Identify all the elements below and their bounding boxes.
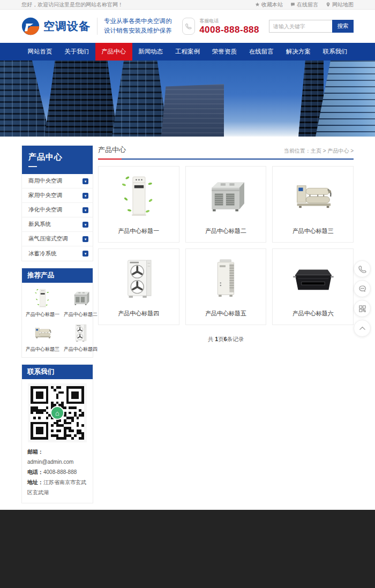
chevron-down-icon[interactable]: ▾ [82, 236, 88, 242]
search-button[interactable]: 搜索 [332, 20, 354, 33]
nav-item-news[interactable]: 新闻动态 [132, 43, 169, 61]
main-panel: 产品中心 当前位置：主页 > 产品中心 > 产品中心标题一 产品中心标题二 产品… [98, 145, 354, 359]
search-input[interactable] [269, 20, 332, 33]
product-card[interactable]: 产品中心标题五 [185, 248, 267, 325]
site-logo[interactable]: 空调设备 [21, 17, 91, 35]
qr-code: ⌂ [28, 383, 87, 442]
sidebar-item-purification[interactable]: 净化中央空调▾ [22, 203, 93, 217]
product-image-duct-unit [273, 249, 353, 304]
sidebar-item-vapor-compression[interactable]: 蒸气压缩式空调▾ [22, 232, 93, 246]
arrow-up-icon [358, 325, 366, 333]
chat-icon [358, 285, 366, 293]
sidebar: 产品中心 商用中央空调▾ 家用中央空调▾ 净化中央空调▾ 新风系统▾ [21, 145, 93, 510]
nav-item-message[interactable]: 在线留言 [243, 43, 280, 61]
phone-icon [182, 18, 195, 35]
search-box: 搜索 [269, 20, 354, 33]
nav-item-about[interactable]: 关于我们 [58, 43, 95, 61]
banner-building [161, 84, 224, 137]
product-image-tower-unit [26, 287, 59, 310]
page-title: 产品中心 [98, 145, 126, 155]
product-card[interactable]: 产品中心标题四 [98, 248, 179, 325]
hotline: 客服电话 4008-888-888 [182, 18, 259, 35]
main-nav: 网站首页 关于我们 产品中心 新闻动态 工程案例 荣誉资质 在线留言 解决方案 … [0, 43, 375, 61]
chevron-down-icon[interactable]: ▾ [82, 251, 88, 257]
breadcrumb[interactable]: 当前位置：主页 > 产品中心 > [284, 147, 354, 155]
product-image-tower-unit [99, 167, 179, 222]
page: 您好，欢迎访问这里是您的网站名称官网！ 收藏本站 在线留言 网站地图 [0, 0, 375, 588]
chevron-down-icon[interactable]: ▾ [82, 193, 88, 199]
sidebar-item-ice-storage[interactable]: 冰蓄冷系统▾ [22, 246, 93, 261]
header-divider [97, 18, 98, 35]
back-to-top-button[interactable] [354, 320, 371, 337]
hero-banner [0, 61, 375, 137]
home-icon: ⌂ [50, 406, 64, 420]
float-chat-button[interactable] [354, 280, 371, 297]
banner-building [42, 61, 122, 137]
hotline-number: 4008-888-888 [199, 25, 259, 35]
float-phone-button[interactable] [354, 260, 371, 277]
nav-item-home[interactable]: 网站首页 [21, 43, 58, 61]
sidebar-recommend: 推荐产品 产品中心标题一 产品中心标题二 产品中心标题三 [21, 268, 93, 358]
recommend-item[interactable]: 产品中心标题三 [26, 322, 59, 353]
product-card[interactable]: 产品中心标题六 [272, 248, 354, 325]
product-card[interactable]: 产品中心标题三 [272, 166, 354, 243]
sidebar-item-commercial[interactable]: 商用中央空调▾ [22, 174, 93, 189]
product-image-outdoor-unit [64, 322, 98, 344]
sidebar-item-fresh-air[interactable]: 新风系统▾ [22, 217, 93, 232]
logo-icon [21, 17, 40, 35]
float-panel [354, 260, 371, 337]
title-dash [28, 166, 37, 167]
float-qrcode-button[interactable] [354, 300, 371, 317]
nav-item-honors[interactable]: 荣誉资质 [206, 43, 243, 61]
welcome-text: 您好，欢迎访问这里是您的网站名称官网！ [21, 1, 123, 9]
recommend-item[interactable]: 产品中心标题一 [26, 287, 59, 318]
product-image-outdoor-unit [99, 249, 179, 304]
contact-address: 地址：江苏省南京市玄武区玄武湖 [27, 477, 87, 497]
chevron-down-icon[interactable]: ▾ [82, 207, 88, 213]
product-image-screw-chiller [273, 167, 353, 222]
nav-item-contact[interactable]: 联系我们 [317, 43, 354, 61]
sidebar-contact: 联系我们 ⌂ 邮箱：admin@admin.com 电话：4008-888-88… [21, 364, 93, 503]
contact-email: 邮箱：admin@admin.com [27, 447, 87, 467]
sidebar-item-household[interactable]: 家用中央空调▾ [22, 189, 93, 203]
recommend-item[interactable]: 产品中心标题二 [64, 287, 98, 318]
topbar-link-favorite[interactable]: 收藏本站 [255, 1, 283, 9]
product-card[interactable]: 产品中心标题二 [185, 166, 267, 243]
chevron-down-icon[interactable]: ▾ [82, 222, 88, 228]
sidebar-product-menu: 产品中心 商用中央空调▾ 家用中央空调▾ 净化中央空调▾ 新风系统▾ [21, 145, 93, 261]
banner-building [0, 61, 52, 137]
nav-item-solutions[interactable]: 解决方案 [280, 43, 317, 61]
hotline-label: 客服电话 [199, 18, 259, 25]
footer: Copyright © 2002-2019 某某中央空调有限公司 版权所有 地址… [0, 510, 375, 588]
main-head: 产品中心 当前位置：主页 > 产品中心 > [98, 145, 354, 160]
topbar-link-message[interactable]: 在线留言 [290, 1, 318, 9]
chevron-down-icon[interactable]: ▾ [82, 178, 88, 184]
recommend-title: 推荐产品 [22, 268, 93, 283]
product-image-chiller-cabinet [186, 167, 266, 222]
recommend-item[interactable]: 产品中心标题四 [64, 322, 98, 353]
content: 产品中心 商用中央空调▾ 家用中央空调▾ 净化中央空调▾ 新风系统▾ [0, 137, 375, 510]
star-icon [255, 2, 260, 7]
map-pin-icon [326, 2, 331, 7]
qrcode-icon [358, 305, 366, 313]
comment-icon [290, 2, 295, 7]
contact-phone: 电话：4008-888-888 [27, 467, 87, 477]
topbar-link-sitemap[interactable]: 网站地图 [326, 1, 354, 9]
header: 空调设备 专业从事各类中央空调的 设计销售安装及维护保养 客服电话 4008-8… [0, 10, 375, 43]
product-image-chiller-cabinet [64, 287, 98, 310]
nav-item-products[interactable]: 产品中心 [95, 43, 132, 61]
contact-title: 联系我们 [22, 365, 93, 379]
sidebar-product-menu-title: 产品中心 [22, 146, 93, 174]
slogan: 专业从事各类中央空调的 设计销售安装及维护保养 [104, 17, 172, 36]
topbar: 您好，欢迎访问这里是您的网站名称官网！ 收藏本站 在线留言 网站地图 [0, 0, 375, 10]
contact-info: 邮箱：admin@admin.com 电话：4008-888-888 地址：江苏… [22, 444, 93, 503]
pagination: 共 1页6条记录 [98, 336, 354, 343]
phone-icon [358, 265, 366, 273]
product-image-screw-chiller [26, 322, 59, 344]
product-card[interactable]: 产品中心标题一 [98, 166, 179, 243]
nav-item-cases[interactable]: 工程案例 [169, 43, 206, 61]
logo-text: 空调设备 [43, 19, 91, 34]
product-image-vrf-unit [186, 249, 266, 304]
product-grid: 产品中心标题一 产品中心标题二 产品中心标题三 产品中心标题四 [98, 166, 354, 325]
